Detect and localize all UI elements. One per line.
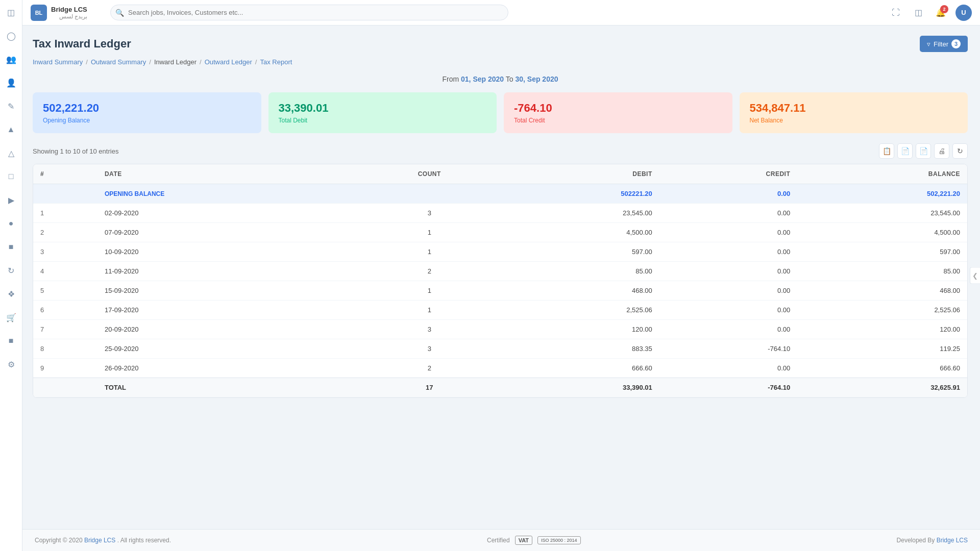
- pdf-button[interactable]: 📄: [916, 143, 931, 159]
- row-credit: -764.10: [659, 339, 797, 359]
- col-balance: BALANCE: [797, 164, 967, 184]
- footer-company-link[interactable]: Bridge LCS: [84, 537, 115, 544]
- row-num: 9: [33, 359, 97, 378]
- row-credit: 0.00: [659, 262, 797, 281]
- opening-balance-row[interactable]: OPENING BALANCE 502221.20 0.00 502,221.2…: [33, 184, 967, 204]
- sidebar-item-user[interactable]: ◯: [4, 29, 18, 43]
- filter-button[interactable]: ▿ Filter 3: [920, 36, 968, 52]
- filter-icon: ▿: [927, 40, 930, 48]
- row-debit: 85.00: [496, 262, 659, 281]
- row-debit: 468.00: [496, 281, 659, 300]
- refresh-button[interactable]: ↻: [952, 143, 968, 159]
- row-num: 3: [33, 242, 97, 262]
- net-balance-card: 534,847.11 Net Balance: [740, 92, 968, 133]
- total-debit-value: 33,390.01: [279, 102, 487, 115]
- breadcrumb-tax-report[interactable]: Tax Report: [260, 58, 292, 66]
- fullscreen-icon[interactable]: ⛶: [888, 5, 903, 20]
- developer-link[interactable]: Bridge LCS: [937, 537, 968, 544]
- print-button[interactable]: 🖨: [934, 143, 949, 159]
- sidebar-item-chart[interactable]: ▲: [4, 122, 18, 137]
- row-count: 1: [362, 281, 496, 300]
- breadcrumb-outward-ledger[interactable]: Outward Ledger: [205, 58, 252, 66]
- row-count: 3: [362, 320, 496, 339]
- sidebar-item-clock[interactable]: ●: [4, 216, 18, 231]
- row-date: 11-09-2020: [97, 262, 363, 281]
- ledger-table: # DATE COUNT DEBIT CREDIT BALANCE OPENIN…: [33, 164, 967, 397]
- sidebar-item-box[interactable]: □: [4, 169, 18, 184]
- table-row[interactable]: 6 17-09-2020 1 2,525.06 0.00 2,525.06: [33, 300, 967, 320]
- breadcrumb-inward-summary[interactable]: Inward Summary: [33, 58, 83, 66]
- main-wrap: BL Bridge LCS بريدج لسس 🔍 ⛶ ◫ 🔔 2 U Tax …: [22, 0, 980, 551]
- table-row[interactable]: 5 15-09-2020 1 468.00 0.00 468.00: [33, 281, 967, 300]
- table-row[interactable]: 4 11-09-2020 2 85.00 0.00 85.00: [33, 262, 967, 281]
- table-row[interactable]: 1 02-09-2020 3 23,545.00 0.00 23,545.00: [33, 204, 967, 223]
- footer-copyright: Copyright © 2020 Bridge LCS . All rights…: [35, 537, 171, 544]
- sidebar-item-puzzle[interactable]: ❖: [4, 287, 18, 301]
- copy-button[interactable]: 📋: [879, 143, 894, 159]
- sidebar-item-cart[interactable]: 🛒: [4, 310, 18, 324]
- sidebar-item-gear[interactable]: ⚙: [4, 357, 18, 371]
- total-credit-label: Total Credit: [514, 117, 722, 124]
- breadcrumb-inward-ledger: Inward Ledger: [154, 58, 197, 66]
- total-debit-card: 33,390.01 Total Debit: [268, 92, 497, 133]
- avatar[interactable]: U: [955, 5, 972, 21]
- copyright-text: Copyright © 2020: [35, 537, 83, 544]
- date-to-label: To: [506, 75, 513, 83]
- sidebar-item-refresh[interactable]: ↻: [4, 263, 18, 278]
- opening-debit: 502221.20: [496, 184, 659, 204]
- footer-rights: . All rights reserved.: [117, 537, 171, 544]
- sidebar-item-card[interactable]: ■: [4, 240, 18, 254]
- breadcrumb: Inward Summary / Outward Summary / Inwar…: [33, 58, 968, 66]
- col-date: DATE: [97, 164, 363, 184]
- row-num: 7: [33, 320, 97, 339]
- breadcrumb-outward-summary[interactable]: Outward Summary: [91, 58, 146, 66]
- footer-center: Certified VAT ISO 25000 : 2014: [487, 536, 581, 545]
- total-credit-card: -764.10 Total Credit: [504, 92, 732, 133]
- table-row[interactable]: 8 25-09-2020 3 883.35 -764.10 119.25: [33, 339, 967, 359]
- row-count: 3: [362, 339, 496, 359]
- breadcrumb-sep-4: /: [255, 58, 257, 66]
- row-credit: 0.00: [659, 223, 797, 242]
- table-row[interactable]: 7 20-09-2020 3 120.00 0.00 120.00: [33, 320, 967, 339]
- search-input[interactable]: [110, 5, 508, 20]
- table-row[interactable]: 3 10-09-2020 1 597.00 0.00 597.00: [33, 242, 967, 262]
- topbar: BL Bridge LCS بريدج لسس 🔍 ⛶ ◫ 🔔 2 U: [22, 0, 980, 26]
- row-num: 6: [33, 300, 97, 320]
- row-debit: 4,500.00: [496, 223, 659, 242]
- total-debit-label: Total Debit: [279, 117, 487, 124]
- csv-button[interactable]: 📄: [897, 143, 913, 159]
- sidebar-item-shield[interactable]: ■: [4, 334, 18, 348]
- topbar-right: ⛶ ◫ 🔔 2 U: [888, 5, 972, 21]
- search-bar[interactable]: 🔍: [110, 5, 508, 20]
- page-header: Tax Inward Ledger ▿ Filter 3: [33, 36, 968, 52]
- col-debit: DEBIT: [496, 164, 659, 184]
- collapse-arrow[interactable]: ❮: [970, 267, 980, 284]
- table-row[interactable]: 2 07-09-2020 1 4,500.00 0.00 4,500.00: [33, 223, 967, 242]
- col-count: COUNT: [362, 164, 496, 184]
- row-date: 26-09-2020: [97, 359, 363, 378]
- row-balance: 23,545.00: [797, 204, 967, 223]
- sidebar-item-edit[interactable]: ✎: [4, 99, 18, 113]
- row-date: 20-09-2020: [97, 320, 363, 339]
- apps-icon[interactable]: ◫: [911, 5, 926, 20]
- sidebar-item-grid[interactable]: ◫: [4, 5, 18, 19]
- sidebar-item-alert[interactable]: △: [4, 146, 18, 160]
- sidebar-item-tag[interactable]: ▶: [4, 193, 18, 207]
- row-balance: 4,500.00: [797, 223, 967, 242]
- logo-abbrev: BL: [35, 10, 43, 16]
- row-balance: 666.60: [797, 359, 967, 378]
- notification-bell[interactable]: 🔔 2: [933, 5, 948, 20]
- total-credit-value: -764.10: [514, 102, 722, 115]
- sidebar-item-contact[interactable]: 👤: [4, 76, 18, 90]
- date-range: From 01, Sep 2020 To 30, Sep 2020: [33, 75, 968, 83]
- table-row[interactable]: 9 26-09-2020 2 666.60 0.00 666.60: [33, 359, 967, 378]
- row-balance: 2,525.06: [797, 300, 967, 320]
- row-debit: 2,525.06: [496, 300, 659, 320]
- row-count: 1: [362, 223, 496, 242]
- certified-text: Certified: [487, 537, 510, 544]
- row-num: 5: [33, 281, 97, 300]
- company-name: Bridge LCS: [51, 6, 87, 13]
- sidebar-item-users[interactable]: 👥: [4, 52, 18, 66]
- row-credit: 0.00: [659, 300, 797, 320]
- row-date: 02-09-2020: [97, 204, 363, 223]
